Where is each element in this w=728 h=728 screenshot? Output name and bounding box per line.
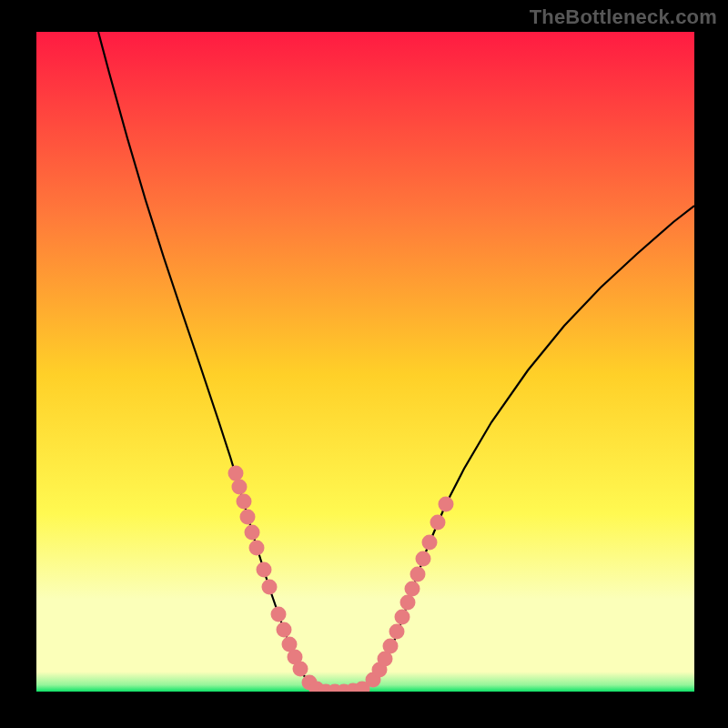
data-marker bbox=[400, 595, 416, 611]
data-marker bbox=[240, 510, 256, 525]
chart-plot-area bbox=[36, 32, 694, 692]
gradient-background bbox=[36, 32, 694, 692]
data-marker bbox=[389, 624, 405, 640]
data-marker bbox=[293, 662, 308, 677]
data-marker bbox=[257, 562, 272, 578]
data-marker bbox=[439, 497, 454, 512]
data-marker bbox=[416, 551, 431, 567]
chart-svg bbox=[36, 32, 694, 692]
data-marker bbox=[383, 639, 399, 654]
data-marker bbox=[237, 494, 252, 510]
data-marker bbox=[395, 610, 410, 625]
data-marker bbox=[249, 541, 265, 556]
data-marker bbox=[262, 580, 278, 595]
data-marker bbox=[228, 466, 244, 481]
stage: TheBottleneck.com bbox=[0, 0, 728, 728]
data-marker bbox=[232, 480, 248, 495]
data-marker bbox=[405, 581, 420, 597]
data-marker bbox=[271, 607, 287, 622]
data-marker bbox=[277, 622, 292, 638]
data-marker bbox=[430, 515, 446, 531]
data-marker bbox=[410, 567, 426, 582]
data-marker bbox=[422, 535, 438, 551]
watermark-text: TheBottleneck.com bbox=[530, 5, 717, 29]
data-marker bbox=[245, 525, 260, 541]
